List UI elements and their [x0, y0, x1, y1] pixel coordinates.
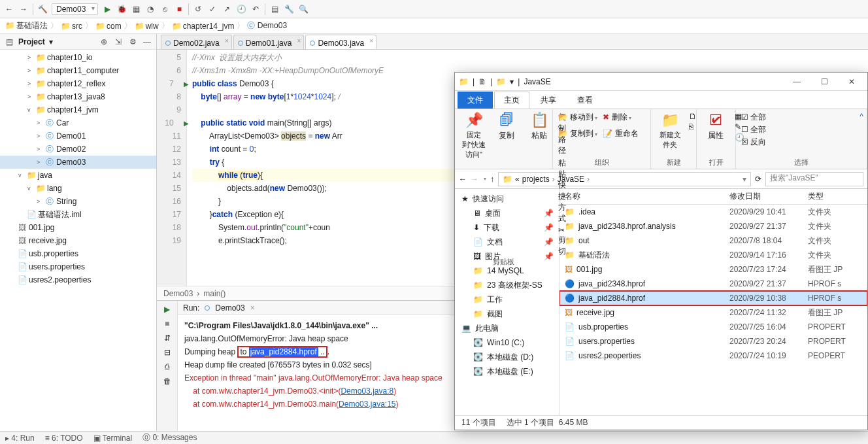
run-pin-icon[interactable]: ⎙ — [165, 362, 169, 371]
explorer-titlebar[interactable]: 📁 |🗎 |📁 ▾ | JavaSE — ☐ ✕ — [455, 73, 867, 91]
ribbon-tab[interactable]: 主页 — [494, 92, 529, 109]
debug-icon[interactable]: 🐞 — [116, 4, 127, 14]
tree-node[interactable]: v📁chapter14_jvm — [0, 103, 156, 116]
back-icon[interactable]: ← — [4, 4, 14, 14]
gear-icon[interactable]: ⚙ — [127, 37, 138, 47]
tree-node[interactable]: >ⓒDemo02 — [0, 143, 156, 156]
run-stop-icon[interactable]: ■ — [165, 319, 169, 328]
copy-button[interactable]: 🗐复制 — [493, 112, 520, 141]
new-folder-button[interactable]: 📁新建文件夹 — [656, 112, 684, 150]
pin-quick-access-button[interactable]: 📌固定到"快速访问" — [460, 112, 488, 160]
status-messages[interactable]: ⓪ 0: Messages — [142, 432, 197, 443]
coverage-icon[interactable]: ▦ — [131, 4, 141, 14]
file-row[interactable]: 📄usb.properties2020/7/25 16:04PROPERT — [559, 320, 867, 334]
project-tree[interactable]: >📁chapter10_io>📁chapter11_computer>📁chap… — [0, 50, 156, 431]
close-icon[interactable]: × — [369, 37, 373, 44]
file-row[interactable]: 📄users.properties2020/7/23 20:24PROPERT — [559, 334, 867, 349]
tree-node[interactable]: >📁chapter10_io — [0, 51, 156, 64]
close-icon[interactable]: × — [297, 37, 301, 44]
col-date[interactable]: 修改日期 — [729, 191, 808, 202]
tree-node[interactable]: 📄基础语法.iml — [0, 208, 156, 221]
file-row[interactable]: 🖼receive.jpg2020/7/24 11:32看图王 JP — [559, 305, 867, 320]
tree-node[interactable]: 📄usres2.peoperties — [0, 273, 156, 286]
minimize-button[interactable]: — — [785, 75, 809, 89]
file-row[interactable]: 🔵java_pid2884.hprof2020/9/29 10:38HPROF … — [559, 291, 867, 305]
profile-icon[interactable]: ◔ — [145, 4, 156, 14]
close-icon[interactable]: × — [250, 303, 255, 313]
breadcrumb-item[interactable]: 📁chapter14_jvm — [172, 22, 235, 31]
attach-icon[interactable]: ⎋ — [159, 4, 170, 14]
file-row[interactable]: 🖼001.jpg2020/7/23 17:24看图王 JP — [559, 262, 867, 277]
tree-node[interactable]: 🖼receive.jpg — [0, 234, 156, 247]
editor-tab[interactable]: Demo02.java× — [161, 35, 232, 49]
status-run[interactable]: ▸ 4: Run — [5, 434, 35, 443]
move-to-button[interactable]: 📂 移动到▾ — [558, 112, 597, 123]
status-terminal[interactable]: ▣ Terminal — [93, 434, 132, 443]
sidebar-item[interactable]: 📁截图 — [455, 307, 559, 321]
revert-icon[interactable]: ↶ — [250, 4, 261, 14]
push-icon[interactable]: ↗ — [222, 4, 232, 14]
file-row[interactable]: 📁.idea2020/9/29 10:41文件夹 — [559, 205, 867, 219]
sidebar-item[interactable]: 💻此电脑 — [455, 321, 559, 335]
properties-button[interactable]: 🗹属性 — [702, 112, 729, 141]
file-list-header[interactable]: 名称 修改日期 类型 — [559, 189, 867, 205]
structure-icon[interactable]: ▤ — [269, 4, 280, 14]
breadcrumb-item[interactable]: 📁com — [95, 22, 122, 31]
ribbon-collapse-icon[interactable]: ^ — [860, 112, 863, 121]
forward-icon[interactable]: → — [18, 4, 29, 14]
easy-access-icon[interactable]: ⎘ — [689, 122, 697, 131]
select-all-button[interactable]: ☑ 全部 — [741, 112, 861, 123]
collapse-icon[interactable]: ⇲ — [113, 37, 124, 47]
copy-to-button[interactable]: 📂 复制到▾ — [558, 128, 597, 139]
breadcrumb-item[interactable]: ⓒ Demo03 — [247, 20, 287, 31]
hammer-icon[interactable]: 🔨 — [37, 4, 48, 14]
breadcrumb-item[interactable]: 📁基础语法 — [5, 20, 48, 31]
rename-button[interactable]: 📝 重命名 — [603, 128, 638, 139]
close-button[interactable]: ✕ — [840, 75, 863, 89]
tree-node[interactable]: >ⓒCar — [0, 116, 156, 129]
dropdown-icon[interactable]: ▾ — [510, 77, 514, 86]
rerun-icon[interactable]: ▶ — [164, 305, 170, 314]
tree-node[interactable]: >ⓒString — [0, 195, 156, 208]
sidebar-item[interactable]: 💽本地磁盘 (E:) — [455, 364, 559, 379]
cut-button[interactable]: ✂ 剪切 — [558, 226, 566, 257]
tree-node[interactable]: 📄users.properties — [0, 260, 156, 273]
col-name[interactable]: 名称 — [559, 191, 729, 202]
file-row[interactable]: 📁基础语法2020/9/14 17:16文件夹 — [559, 248, 867, 262]
run-config-combo[interactable]: Demo03 — [52, 3, 98, 15]
tree-node[interactable]: >ⓒDemo03 — [0, 156, 156, 169]
tree-node[interactable]: >📁chapter12_reflex — [0, 77, 156, 90]
paste-button[interactable]: 📋粘贴 — [526, 112, 553, 141]
maximize-button[interactable]: ☐ — [812, 75, 836, 89]
editor-tab[interactable]: Demo01.java× — [233, 35, 305, 49]
tree-node[interactable]: >ⓒDemo01 — [0, 129, 156, 143]
run-trash-icon[interactable]: 🗑 — [163, 377, 171, 386]
explorer-search[interactable]: 搜索"JavaSE" — [765, 172, 863, 186]
tree-node[interactable]: v📁java — [0, 169, 156, 182]
new-item-icon[interactable]: 🗋 — [689, 112, 697, 121]
search-icon[interactable]: 🔍 — [298, 4, 309, 14]
sidebar-item[interactable]: 📁工作 — [455, 292, 559, 307]
ribbon-tab[interactable]: 文件 — [458, 92, 493, 109]
run-icon[interactable]: ▶ — [102, 4, 112, 14]
tree-node[interactable]: >📁chapter13_java8 — [0, 90, 156, 103]
breadcrumb-item[interactable]: 📁src — [61, 22, 82, 31]
breadcrumb-item[interactable]: 📁wlw — [135, 22, 159, 31]
tree-node[interactable]: v📁lang — [0, 182, 156, 195]
sidebar-item[interactable]: 💽本地磁盘 (D:) — [455, 350, 559, 364]
file-row[interactable]: 📁out2020/7/8 18:04文件夹 — [559, 233, 867, 248]
hide-icon[interactable]: — — [142, 37, 152, 47]
sidebar-item[interactable]: 💽Win10 (C:) — [455, 335, 559, 350]
file-row[interactable]: 📁java_pid2348.hprof.analysis2020/9/27 21… — [559, 219, 867, 233]
editor-tab[interactable]: Demo03.java× — [305, 35, 376, 49]
file-row[interactable]: 📄usres2.peoperties2020/7/24 10:19PEOPERT — [559, 349, 867, 363]
explorer-file-list[interactable]: 名称 修改日期 类型 📁.idea2020/9/29 10:41文件夹📁java… — [559, 189, 867, 415]
settings-icon[interactable]: 🔧 — [284, 4, 294, 14]
run-settings-icon[interactable]: ⊟ — [164, 348, 171, 357]
history-icon[interactable]: 🕘 — [236, 4, 246, 14]
tree-node[interactable]: >📁chapter11_computer — [0, 64, 156, 77]
select-invert-button[interactable]: ☒ 反向 — [741, 137, 861, 148]
select-none-button[interactable]: ☐ 全部 — [741, 124, 861, 135]
file-row[interactable]: 🔵java_pid2348.hprof2020/9/27 21:37HPROF … — [559, 277, 867, 291]
col-type[interactable]: 类型 — [808, 191, 867, 202]
